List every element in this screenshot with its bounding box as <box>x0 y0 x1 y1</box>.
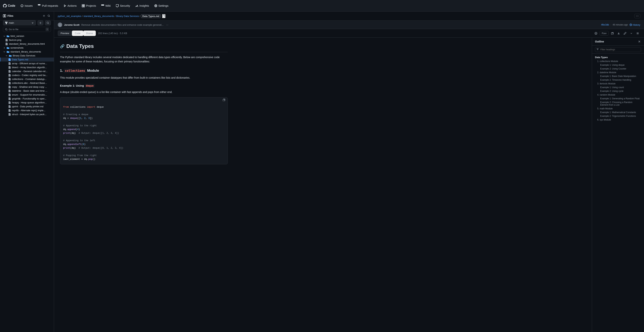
tree-item-array[interactable]: array - Efficient arrays of nume... <box>0 62 54 66</box>
copy-code-button[interactable] <box>223 98 225 101</box>
svg-point-19 <box>636 16 636 16</box>
commit-sha[interactable]: 4fbc3db <box>601 24 609 26</box>
go-to-file: Go to file t <box>0 27 54 33</box>
outline-item-ex1-count[interactable]: Example 1: Using count <box>592 86 644 89</box>
toolbar-smiley-button[interactable] <box>593 31 598 36</box>
tree-item-html-version[interactable]: html_version <box>0 34 54 38</box>
more-options-button[interactable] <box>634 14 640 18</box>
branch-selector[interactable]: main <box>3 20 36 25</box>
tree-item-screenshots[interactable]: screenshots <box>0 46 54 50</box>
search-files-button[interactable] <box>47 14 51 18</box>
copy-icon <box>162 14 165 17</box>
svg-rect-5 <box>84 6 84 7</box>
commit-expand-button[interactable]: ··· <box>166 23 168 26</box>
tree-item-graphlib[interactable]: graphlib - Functionality to oper... <box>0 97 54 100</box>
search-small-icon <box>596 48 599 50</box>
download-button[interactable] <box>616 31 621 36</box>
nav-brand[interactable]: Code <box>3 4 15 8</box>
tree-item-copy[interactable]: copy - Shallow and deep copy ... <box>0 85 54 89</box>
breadcrumb-link-std[interactable]: standard_library_documents <box>84 15 114 18</box>
tree-item-datetime[interactable]: datetime - Basic date and time ... <box>0 89 54 93</box>
tree-item-std-docs[interactable]: standard_library_documents <box>0 50 54 54</box>
tree-item-calendar[interactable]: calendar - General calendar-rel... <box>0 69 54 73</box>
tree-item-calendar-label: calendar - General calendar-rel... <box>12 70 48 73</box>
outline-item-collections[interactable]: 1. collections Module <box>592 60 644 63</box>
tree-item-datetime-label: datetime - Basic date and time ... <box>12 90 47 92</box>
tree-item-codecs[interactable]: codecs - Codec registry and ba... <box>0 73 54 77</box>
svg-rect-26 <box>612 32 613 35</box>
edit-button[interactable] <box>622 31 628 36</box>
outline-item-ex1-deque[interactable]: Example 1: Using deque <box>592 63 644 67</box>
chevron-down-button[interactable] <box>629 31 634 36</box>
tree-item-favicon[interactable]: favicon.png <box>0 38 54 42</box>
tree-item-struct[interactable]: struct - Interpret bytes as pack... <box>0 112 54 116</box>
nav-security[interactable]: Security <box>114 2 132 9</box>
outline-filter-input[interactable] <box>595 47 641 52</box>
commit-author: Jerome Scott <box>64 24 80 26</box>
nav-actions[interactable]: Actions <box>61 2 79 9</box>
nav-wiki[interactable]: Wiki <box>99 2 113 9</box>
nav-issues[interactable]: Issues <box>18 2 35 9</box>
tab-preview[interactable]: Preview <box>58 30 72 36</box>
tree-item-std-html[interactable]: standard_library_documents.html <box>0 42 54 46</box>
outline-item-ex2-counter[interactable]: Example 2: Using Counter <box>592 67 644 70</box>
outline-item-math[interactable]: 5. math Module <box>592 107 644 110</box>
svg-rect-6 <box>3 14 4 17</box>
outline-item-ex1-basic-date[interactable]: Example 1: Basic Date Manipulation <box>592 74 644 78</box>
tree-item-bisect[interactable]: bisect - Array bisection algorith... <box>0 66 54 69</box>
breadcrumb-link-root[interactable]: python_std_examples <box>58 15 81 18</box>
nav-insights[interactable]: Insights <box>133 2 151 9</box>
file-toolbar-left: Preview Code Blame 202 lines (145 loc) ·… <box>58 30 127 36</box>
tree-item-data-types-md[interactable]: Data Types.md <box>0 58 54 62</box>
outline-close-button[interactable] <box>638 40 641 43</box>
commit-left: Jerome Scott Remove obsolete documentati… <box>58 22 168 27</box>
tree-item-heapq[interactable]: heapq - Heap queue algorithm... <box>0 100 54 104</box>
outline-item-sys[interactable]: 6. sys Module <box>592 118 644 122</box>
raw-button[interactable]: Raw <box>600 31 608 36</box>
outline-item-itertools[interactable]: 3. itertools Module <box>592 82 644 86</box>
copy-code-icon <box>223 98 225 101</box>
list-button[interactable] <box>635 31 640 36</box>
outline-item-ex2-timezone[interactable]: Example 2: Timezone Handling <box>592 78 644 82</box>
history-button[interactable]: History <box>630 24 640 26</box>
tree-item-pprint[interactable]: pprint - Data pretty printer.md <box>0 104 54 108</box>
tree-item-reprlib[interactable]: reprlib - Alternate repr() imple... <box>0 108 54 112</box>
add-file-button[interactable] <box>42 14 46 18</box>
breadcrumb-bar: python_std_examples / standard_library_d… <box>54 12 644 21</box>
nav-pull-requests[interactable]: Pull requests <box>36 2 60 9</box>
nav-settings[interactable]: Settings <box>152 2 171 9</box>
outline-item-ex2-trig[interactable]: Example 2: Trigonometric Functions <box>592 114 644 118</box>
tree-item-enum[interactable]: enum - Support for enumeratio... <box>0 93 54 97</box>
tree-item-binary-data-services[interactable]: Binary Data Services <box>0 54 54 58</box>
nav-security-label: Security <box>120 4 130 7</box>
svg-point-21 <box>638 16 638 16</box>
tab-blame[interactable]: Blame <box>83 30 96 36</box>
file-icon <box>8 105 11 108</box>
nav-settings-label: Settings <box>158 4 168 7</box>
svg-rect-30 <box>223 99 225 101</box>
add-button[interactable] <box>38 20 44 25</box>
outline-item-ex1-math-constants[interactable]: Example 1: Mathematical Constants <box>592 110 644 114</box>
close-icon <box>638 40 641 43</box>
breadcrumb-link-binary[interactable]: Binary Data Services <box>116 15 139 18</box>
tree-item-collections-abc[interactable]: collections.abc - Abstract Base... <box>0 81 54 85</box>
ellipsis-icon <box>636 15 638 17</box>
chevron-down-icon <box>31 22 34 24</box>
copy-raw-button[interactable] <box>610 31 615 36</box>
outline-item-data-types[interactable]: Data Types <box>592 55 644 60</box>
tree-item-collections[interactable]: collections - Container datatyp... <box>0 77 54 81</box>
go-to-file-row[interactable]: Go to file t <box>3 27 51 32</box>
search-button[interactable] <box>45 20 51 25</box>
nav-issues-label: Issues <box>24 4 32 7</box>
breadcrumb-copy-button[interactable] <box>162 14 166 18</box>
outline-item-ex1-random-float[interactable]: Example 1: Generating a Random Float <box>592 97 644 100</box>
outline-item-datetime[interactable]: 2. datetime Module <box>592 70 644 74</box>
outline-item-random[interactable]: 4. random Module <box>592 93 644 97</box>
tab-code[interactable]: Code <box>72 30 83 36</box>
nav-projects[interactable]: Projects <box>80 2 98 9</box>
outline-item-ex2-random-list[interactable]: Example 2: Choosing a Random Element fro… <box>592 100 644 107</box>
outline-item-ex2-cycle[interactable]: Example 2: Using cycle <box>592 89 644 93</box>
content-area: python_std_examples / standard_library_d… <box>54 12 644 332</box>
nav-actions-label: Actions <box>68 4 76 7</box>
file-icon <box>8 94 11 96</box>
